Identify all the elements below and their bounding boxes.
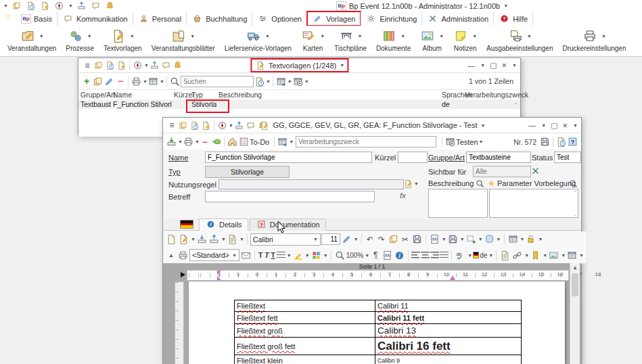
recent-document-icon[interactable] bbox=[189, 120, 200, 131]
dropdown-icon[interactable]: ▼ bbox=[488, 253, 493, 258]
font-label-cell[interactable]: Calibri 9 bbox=[377, 357, 400, 364]
dropdown-icon[interactable]: ▼ bbox=[460, 237, 465, 242]
sichtbar-fuer-input[interactable] bbox=[473, 166, 531, 177]
print-dropdown-icon[interactable]: ▼ bbox=[143, 79, 147, 84]
column-header-typ[interactable]: Typ bbox=[189, 90, 216, 99]
dropdown-icon[interactable]: ▼ bbox=[527, 34, 532, 39]
tab-dokumentation[interactable]: Dokumentation bbox=[250, 219, 326, 231]
navigation-compass-icon[interactable] bbox=[216, 120, 228, 131]
font-size-input[interactable] bbox=[321, 233, 340, 245]
title-dropdown-icon[interactable]: ▼ bbox=[340, 63, 344, 68]
dropdown-icon[interactable]: ▼ bbox=[497, 237, 501, 242]
cell-sprachen[interactable]: de bbox=[440, 99, 463, 109]
insert-table-icon[interactable] bbox=[566, 250, 578, 261]
app-item-veranstaltungsblaetter[interactable]: ▼ Veranstaltungsblätter bbox=[147, 26, 220, 52]
dropdown-icon[interactable]: ▼ bbox=[305, 253, 310, 258]
column-header-verarbeitungszweck[interactable]: Verarbeitungszweck bbox=[463, 90, 520, 99]
ribbon-tab-administration[interactable]: Administration bbox=[422, 12, 494, 26]
configure-visibility-icon[interactable] bbox=[530, 165, 541, 177]
line-spacing-icon[interactable] bbox=[499, 250, 511, 261]
rule-dropdown-icon[interactable]: ▼ bbox=[414, 181, 419, 186]
export-dropdown-icon[interactable]: ▼ bbox=[289, 139, 294, 144]
scroll-up-icon[interactable]: ⌃ bbox=[573, 190, 577, 195]
dropdown-icon[interactable]: ▼ bbox=[87, 34, 92, 39]
dropdown-icon[interactable]: ▼ bbox=[287, 253, 292, 258]
ribbon-tab-einrichtung[interactable]: Einrichtung bbox=[361, 12, 422, 26]
search-input[interactable] bbox=[181, 76, 254, 87]
compass-dropdown-icon[interactable]: ▼ bbox=[144, 63, 149, 68]
parameter-textarea[interactable]: ⌃ ⌄ bbox=[489, 189, 578, 218]
ribbon-tab-optionen[interactable]: Optionen bbox=[252, 12, 307, 26]
recent-document-icon[interactable] bbox=[555, 136, 567, 147]
bookmark-icon[interactable] bbox=[530, 250, 541, 261]
todo-icon[interactable] bbox=[238, 136, 250, 147]
app-item-lieferservice-vorlagen[interactable]: ▼ Lieferservice-Vorlagen bbox=[220, 26, 297, 52]
maximize-button[interactable]: ▢ bbox=[490, 61, 497, 70]
dropdown-icon[interactable]: ▼ bbox=[221, 237, 226, 242]
language-flag-icon[interactable] bbox=[473, 252, 479, 258]
dropdown-icon[interactable]: ▼ bbox=[520, 237, 525, 242]
insert-image-icon[interactable] bbox=[548, 250, 559, 261]
todo-label[interactable]: To-Do bbox=[250, 138, 269, 146]
paste-icon[interactable] bbox=[411, 233, 423, 245]
text-blocks-icon[interactable] bbox=[227, 233, 238, 245]
app-item-tischplaene[interactable]: ▼ Tischpläne bbox=[329, 26, 371, 52]
redo-icon[interactable]: ↷ bbox=[376, 235, 387, 244]
cell-kuerzel[interactable] bbox=[172, 99, 189, 109]
beschreibung-textarea[interactable]: ⌃ bbox=[428, 189, 488, 218]
qat-dropdown-icon[interactable]: ▼ bbox=[3, 3, 8, 8]
spellcheck-icon[interactable] bbox=[455, 250, 466, 261]
column-header-name[interactable]: Name bbox=[111, 90, 172, 99]
column-header-beschreibung[interactable]: Beschreibung bbox=[216, 90, 440, 99]
messages-icon[interactable] bbox=[90, 0, 101, 12]
close-button[interactable]: × bbox=[501, 60, 507, 70]
connect-plug-icon[interactable] bbox=[210, 136, 222, 147]
style-name-cell[interactable]: Fließtext groß fett bbox=[237, 342, 295, 350]
paragraph-format-icon[interactable] bbox=[277, 252, 285, 258]
dropdown-icon[interactable]: ▼ bbox=[478, 237, 483, 242]
tab-details[interactable]: Details bbox=[199, 219, 248, 231]
dropdown-icon[interactable]: ▼ bbox=[579, 253, 584, 258]
dropdown-icon[interactable]: ▼ bbox=[39, 34, 44, 39]
bold-icon[interactable]: T bbox=[258, 251, 263, 259]
ribbon-tab-basis[interactable]: Bp Basis bbox=[16, 12, 58, 26]
ruler-h[interactable]: 210123456789101112131415161718 bbox=[187, 270, 569, 281]
favorite-star-icon[interactable]: ★ bbox=[488, 179, 495, 188]
verarbeitungszweck-input[interactable] bbox=[296, 136, 436, 147]
messages-icon[interactable] bbox=[160, 60, 172, 71]
font-label-cell[interactable]: Calibri 11 fett bbox=[377, 314, 424, 322]
dropdown-icon[interactable]: ▼ bbox=[442, 237, 446, 242]
cell-name[interactable]: F_Function Stilvorlage bbox=[111, 99, 172, 109]
typ-button[interactable]: Stilvorlage bbox=[205, 166, 290, 178]
dropdown-icon[interactable]: ▼ bbox=[320, 34, 325, 39]
italic-icon[interactable]: T bbox=[264, 251, 269, 259]
ribbon-tab-kommunikation[interactable]: Kommunikation bbox=[58, 12, 133, 26]
dropdown-icon[interactable]: ▼ bbox=[524, 253, 529, 258]
ribbon-tab-buchhaltung[interactable]: Buchhaltung bbox=[187, 12, 252, 26]
cell-gruppe-art[interactable]: Textbausteine bbox=[78, 99, 111, 109]
app-item-veranstaltungen[interactable]: ▼ Veranstaltungen bbox=[3, 26, 61, 52]
zoom-level-value[interactable]: 100% bbox=[346, 252, 364, 259]
document-page[interactable]: Fließtext Calibri 11 Fließtext fett Cali… bbox=[189, 281, 565, 364]
print-button[interactable] bbox=[183, 136, 194, 147]
ribbon-tab-vorlagen[interactable]: Vorlagen bbox=[307, 12, 361, 26]
duplicate-button[interactable] bbox=[92, 76, 104, 87]
dropdown-icon[interactable]: ▼ bbox=[400, 34, 405, 39]
copy-window-icon[interactable] bbox=[93, 60, 104, 71]
betreff-input[interactable] bbox=[205, 191, 375, 202]
hyperlink-icon[interactable] bbox=[511, 250, 523, 261]
scroll-up-icon[interactable]: ⌃ bbox=[513, 102, 518, 108]
close-dropdown-icon[interactable]: ▼ bbox=[512, 63, 517, 68]
ribbon-tab-personal[interactable]: Personal bbox=[133, 12, 187, 26]
dropdown-icon[interactable]: ▼ bbox=[601, 34, 606, 39]
nutzungsregel-input[interactable] bbox=[219, 179, 404, 189]
grid-dropdown-icon[interactable]: ▼ bbox=[160, 79, 164, 84]
cell-typ[interactable]: Stilvorlage bbox=[189, 99, 216, 109]
column-header-kuerzel[interactable]: Kürzel bbox=[172, 90, 189, 99]
grid-view-button[interactable] bbox=[147, 76, 159, 87]
dropdown-icon[interactable]: ▼ bbox=[191, 237, 196, 242]
cell-beschreibung[interactable] bbox=[216, 99, 440, 109]
table-row[interactable]: Fließtext fett Calibri 11 fett bbox=[235, 312, 522, 324]
copy-window-icon[interactable] bbox=[11, 0, 22, 12]
app-item-karten[interactable]: ▼ Karten bbox=[296, 26, 329, 52]
